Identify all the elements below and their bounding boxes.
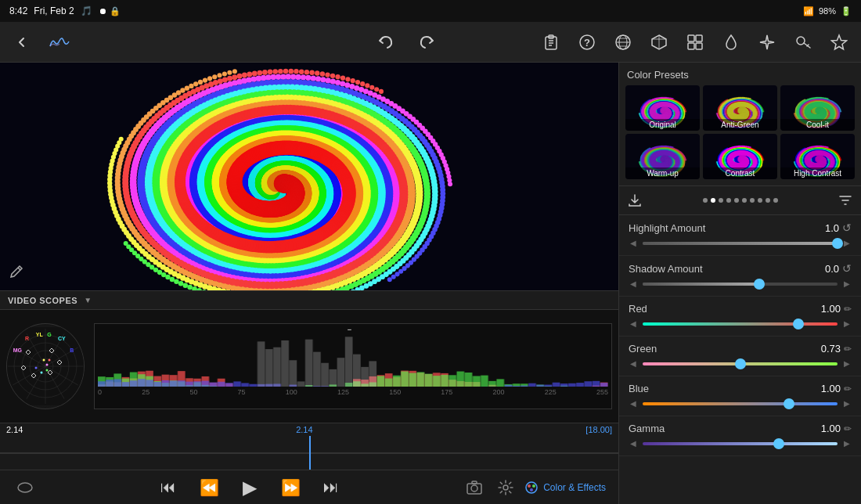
sparkle-icon[interactable] xyxy=(755,30,780,55)
presets-grid: Original Anti-Green Cool-it Warm-up xyxy=(625,85,855,179)
loop-icon[interactable] xyxy=(13,475,38,500)
adjustments-panel: Highlight Amount 1.0 ↺ ◀ ▶ xyxy=(619,215,861,504)
redo-button[interactable] xyxy=(414,30,439,55)
adj-red-thumb[interactable] xyxy=(793,319,804,329)
color-presets-title: Color Presets xyxy=(625,69,855,81)
adj-gamma-edit[interactable]: ✏ xyxy=(844,423,852,434)
adj-green-label: Green xyxy=(629,343,657,355)
preset-anti-green[interactable]: Anti-Green xyxy=(703,85,777,131)
adj-red-left-arrow[interactable]: ◀ xyxy=(629,318,638,329)
adj-shadow-left-arrow[interactable]: ◀ xyxy=(629,278,638,290)
adj-highlight-row: Highlight Amount 1.0 ↺ ◀ ▶ xyxy=(619,215,861,256)
vectorscope-canvas xyxy=(6,327,85,405)
adj-highlight-thumb[interactable] xyxy=(832,238,843,249)
adj-green-edit[interactable]: ✏ xyxy=(844,344,852,355)
total-time: [18.00] xyxy=(585,425,612,434)
adj-blue-thumb[interactable] xyxy=(784,398,794,409)
preset-original[interactable]: Original xyxy=(625,85,700,131)
adj-red-edit[interactable]: ✏ xyxy=(844,304,852,315)
timeline-area: 2.14 2.14 [18.00] xyxy=(0,423,618,470)
preset-label-cool-it: Cool-it xyxy=(780,119,855,131)
preset-dots xyxy=(703,198,778,203)
adj-blue-label: Blue xyxy=(629,383,649,394)
adj-highlight-right-arrow[interactable]: ▶ xyxy=(842,237,852,249)
step-forward-button[interactable]: ⏩ xyxy=(278,475,303,500)
adj-red-track[interactable] xyxy=(643,322,838,326)
adj-green-right-arrow[interactable]: ▶ xyxy=(842,358,852,369)
histogram: ▼ 0 25 50 75 100 125 150 175 200 225 255 xyxy=(94,323,612,409)
adj-red-right-arrow[interactable]: ▶ xyxy=(842,318,852,329)
adj-gamma-track[interactable] xyxy=(643,442,838,445)
svg-point-22 xyxy=(503,485,508,490)
adj-gamma-left-arrow[interactable]: ◀ xyxy=(629,437,638,449)
play-button[interactable]: ▶ xyxy=(237,475,262,500)
droplet-icon[interactable] xyxy=(719,30,744,55)
color-effects-button[interactable]: Color & Effects xyxy=(524,481,606,495)
adj-green-value: 0.73 xyxy=(821,343,841,355)
adj-shadow-right-arrow[interactable]: ▶ xyxy=(842,278,852,290)
adj-blue-right-arrow[interactable]: ▶ xyxy=(842,398,852,409)
download-icon[interactable] xyxy=(625,191,644,210)
adj-blue-edit[interactable]: ✏ xyxy=(844,383,852,394)
snapshot-icon[interactable] xyxy=(462,475,487,500)
adj-green-row: Green 0.73 ✏ ◀ ▶ xyxy=(619,337,861,376)
adj-shadow-fill xyxy=(643,283,759,286)
adj-shadow-label: Shadow Amount xyxy=(629,263,703,275)
adj-highlight-left-arrow[interactable]: ◀ xyxy=(629,237,638,249)
svg-point-25 xyxy=(532,484,535,488)
right-panel: Color Presets Original Anti-Green Cool-i… xyxy=(618,63,861,504)
adj-highlight-reset[interactable]: ↺ xyxy=(842,221,852,234)
color-presets-section: Color Presets Original Anti-Green Cool-i… xyxy=(619,63,861,185)
edit-icon xyxy=(9,264,23,281)
preset-dot-7 xyxy=(750,198,755,203)
skip-end-button[interactable]: ⏭ xyxy=(319,475,344,500)
preset-contrast[interactable]: Contrast xyxy=(703,134,777,179)
back-button[interactable] xyxy=(9,30,34,55)
adj-blue-slider: ◀ ▶ xyxy=(629,398,852,409)
preset-dot-10 xyxy=(773,198,778,203)
video-scopes-bar[interactable]: VIDEO SCOPES ▼ xyxy=(0,290,618,309)
adj-green-left-arrow[interactable]: ◀ xyxy=(629,358,638,369)
adj-green-track[interactable] xyxy=(643,362,838,365)
histogram-canvas xyxy=(98,330,608,387)
video-canvas xyxy=(0,63,618,290)
adj-highlight-value: 1.0 xyxy=(825,222,839,234)
globe-icon[interactable] xyxy=(611,30,636,55)
adj-green-slider: ◀ ▶ xyxy=(629,358,852,369)
adj-highlight-track[interactable] xyxy=(643,242,838,245)
time-display: 8:42 xyxy=(9,5,27,16)
star-icon[interactable] xyxy=(827,30,852,55)
clipboard-icon[interactable] xyxy=(539,30,564,55)
3d-icon[interactable] xyxy=(647,30,672,55)
preset-warm-up[interactable]: Warm-up xyxy=(625,134,700,179)
undo-button[interactable] xyxy=(373,30,398,55)
video-preview xyxy=(0,63,618,290)
skip-start-button[interactable]: ⏮ xyxy=(156,475,181,500)
adj-gamma-row: Gamma 1.00 ✏ ◀ ▶ xyxy=(619,416,861,456)
adj-shadow-track[interactable] xyxy=(643,283,838,286)
settings-icon[interactable] xyxy=(493,475,518,500)
svg-rect-14 xyxy=(688,35,694,41)
svg-point-20 xyxy=(471,485,477,491)
adj-gamma-right-arrow[interactable]: ▶ xyxy=(842,437,852,449)
adj-shadow-thumb[interactable] xyxy=(754,279,765,290)
help-icon[interactable]: ? xyxy=(575,30,600,55)
key-icon[interactable] xyxy=(791,30,816,55)
adj-highlight-slider: ◀ ▶ xyxy=(629,237,852,249)
preset-cool-it[interactable]: Cool-it xyxy=(780,85,855,131)
playback-controls: ⏮ ⏪ ▶ ⏩ ⏭ xyxy=(0,470,618,504)
preset-dot-6 xyxy=(742,198,747,203)
adj-blue-track[interactable] xyxy=(643,402,838,405)
preset-dot-2 xyxy=(711,198,715,203)
expand-scopes-arrow[interactable]: ▼ xyxy=(84,296,92,304)
adj-blue-left-arrow[interactable]: ◀ xyxy=(629,398,638,409)
svg-rect-16 xyxy=(688,43,694,49)
adj-gamma-thumb[interactable] xyxy=(773,438,784,449)
adj-green-thumb[interactable] xyxy=(735,358,746,369)
filter-icon[interactable] xyxy=(836,191,855,210)
adj-shadow-reset[interactable]: ↺ xyxy=(842,262,852,275)
step-back-button[interactable]: ⏪ xyxy=(196,475,222,500)
grid-icon[interactable] xyxy=(683,30,708,55)
preset-high-contrast[interactable]: High Contrast xyxy=(780,134,855,179)
timeline-track[interactable] xyxy=(0,436,618,470)
